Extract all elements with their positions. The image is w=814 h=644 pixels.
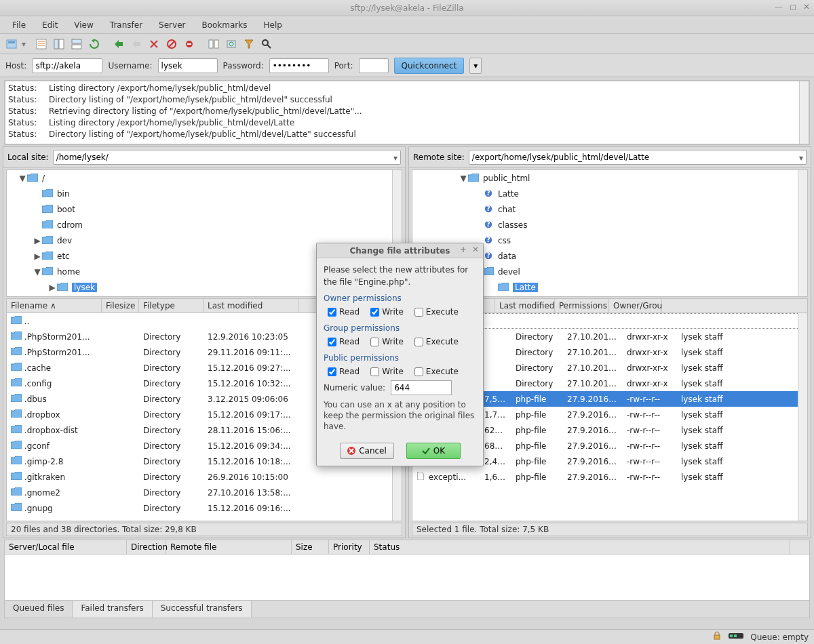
search-icon[interactable] xyxy=(259,36,275,52)
column-header[interactable]: Owner/Group xyxy=(609,299,662,313)
dialog-plus-icon[interactable]: + xyxy=(460,245,467,254)
column-header[interactable]: Last modified xyxy=(495,299,555,313)
svg-rect-2 xyxy=(37,39,46,49)
svg-rect-17 xyxy=(209,40,213,48)
menu-help[interactable]: Help xyxy=(257,18,289,32)
sync-browse-icon[interactable] xyxy=(224,36,240,52)
cancel-op-icon[interactable] xyxy=(182,36,198,52)
column-header[interactable]: Remote file xyxy=(166,540,292,554)
quickconnect-dropdown[interactable]: ▾ xyxy=(469,58,482,74)
column-header[interactable]: Size xyxy=(292,540,329,554)
host-input[interactable] xyxy=(32,58,102,73)
process-queue-icon[interactable] xyxy=(111,36,128,52)
dialog-titlebar[interactable]: Change file attributes + ✕ xyxy=(317,243,483,258)
remote-tree-scrollbar[interactable] xyxy=(798,170,807,296)
password-label: Password: xyxy=(223,61,264,71)
tree-item[interactable]: ?chat xyxy=(412,201,807,217)
menu-edit[interactable]: Edit xyxy=(35,18,64,32)
toolbar: ▾ xyxy=(0,34,814,54)
execute-checkbox[interactable]: Execute xyxy=(414,336,459,348)
refresh-icon[interactable] xyxy=(87,36,103,52)
tree-item[interactable]: boot xyxy=(7,201,402,217)
column-header[interactable]: Status xyxy=(370,540,790,554)
svg-rect-0 xyxy=(7,40,16,48)
password-input[interactable] xyxy=(269,58,329,73)
write-checkbox[interactable]: Write xyxy=(370,365,404,378)
log-scrollbar[interactable] xyxy=(799,81,809,144)
log-pane: Status:Listing directory /export/home/ly… xyxy=(4,80,810,145)
queue-tabs: Queued filesFailed transfersSuccessful t… xyxy=(4,601,810,618)
read-checkbox[interactable]: Read xyxy=(328,306,360,318)
close-icon[interactable]: ✕ xyxy=(803,2,810,12)
queue-header[interactable]: Server/Local fileDirectionRemote fileSiz… xyxy=(4,540,810,555)
toggle-tree-icon[interactable] xyxy=(52,36,68,52)
svg-rect-6 xyxy=(54,39,58,49)
file-attributes-dialog: Change file attributes + ✕ Please select… xyxy=(316,243,484,466)
reconnect-icon[interactable] xyxy=(164,36,180,52)
username-input[interactable] xyxy=(158,58,218,73)
menu-server[interactable]: Server xyxy=(152,18,192,32)
toggle-queue-icon[interactable] xyxy=(69,36,85,52)
cancel-icon[interactable] xyxy=(129,36,145,52)
menu-view[interactable]: View xyxy=(67,18,100,32)
column-header[interactable]: Server/Local file xyxy=(5,540,127,554)
column-header[interactable]: Priority xyxy=(329,540,370,554)
host-label: Host: xyxy=(5,61,26,71)
queue-status: Queue: empty xyxy=(750,632,809,642)
list-item[interactable]: .gnupgDirectory15.12.2016 09:16:... xyxy=(7,500,402,516)
write-checkbox[interactable]: Write xyxy=(370,336,404,348)
svg-text:?: ? xyxy=(486,189,490,197)
ok-button[interactable]: OK xyxy=(406,443,461,459)
column-header[interactable]: Permissions xyxy=(555,299,609,313)
queue-tab[interactable]: Queued files xyxy=(5,601,73,618)
maximize-icon[interactable]: ◻ xyxy=(790,2,796,12)
dialog-hint: You can use an x at any position to keep… xyxy=(324,399,476,432)
tree-item[interactable]: ?classes xyxy=(412,217,807,233)
numeric-value-input[interactable] xyxy=(391,380,452,395)
compare-icon[interactable] xyxy=(206,36,222,52)
tree-item[interactable]: bin xyxy=(7,186,402,201)
execute-checkbox[interactable]: Execute xyxy=(414,365,459,378)
svg-rect-9 xyxy=(72,45,81,49)
minimize-icon[interactable]: — xyxy=(775,2,783,12)
column-header[interactable]: Filesize xyxy=(102,299,139,313)
quickconnect-bar: Host: Username: Password: Port: Quickcon… xyxy=(0,54,814,77)
execute-checkbox[interactable]: Execute xyxy=(414,306,459,318)
remote-list-scrollbar[interactable] xyxy=(798,313,807,521)
queue-tab[interactable]: Failed transfers xyxy=(73,601,152,618)
menu-file[interactable]: File xyxy=(5,18,33,32)
svg-rect-8 xyxy=(72,39,81,43)
column-header[interactable]: Last modified xyxy=(204,299,298,313)
tree-item[interactable]: ▼/ xyxy=(7,170,402,186)
port-input[interactable] xyxy=(359,58,389,73)
column-header[interactable]: Filetype xyxy=(139,299,204,313)
cancel-button[interactable]: Cancel xyxy=(340,443,394,459)
read-checkbox[interactable]: Read xyxy=(328,336,360,348)
read-checkbox[interactable]: Read xyxy=(328,365,360,378)
sitemanager-icon[interactable] xyxy=(4,36,20,52)
permission-group-label: Public permissions xyxy=(324,352,476,364)
filter-icon[interactable] xyxy=(241,36,258,52)
tree-item[interactable]: ▼public_html xyxy=(412,170,807,186)
permission-group-label: Owner permissions xyxy=(324,292,476,304)
statusbar: Queue: empty xyxy=(0,629,814,644)
list-item[interactable]: excepti...1,6 KBphp-file27.9.2016 06:1..… xyxy=(412,469,807,485)
list-item[interactable]: .gitkrakenDirectory26.9.2016 10:15:00 xyxy=(7,469,402,485)
quickconnect-button[interactable]: Quickconnect xyxy=(394,58,465,74)
disconnect-icon[interactable] xyxy=(147,36,163,52)
write-checkbox[interactable]: Write xyxy=(370,306,404,318)
toggle-log-icon[interactable] xyxy=(34,36,50,52)
list-item[interactable]: .gnome2Directory27.10.2016 13:58:... xyxy=(7,485,402,500)
menu-bookmarks[interactable]: Bookmarks xyxy=(195,18,254,32)
tree-item[interactable]: ?Latte xyxy=(412,186,807,201)
username-label: Username: xyxy=(108,61,152,71)
dialog-close-icon[interactable]: ✕ xyxy=(472,245,479,254)
local-path-input[interactable]: /home/lysek/▾ xyxy=(53,150,401,165)
queue-tab[interactable]: Successful transfers xyxy=(153,601,252,618)
dialog-intro: Please select the new attributes for the… xyxy=(324,264,476,288)
column-header[interactable]: Filename ∧ xyxy=(7,299,102,313)
menu-transfer[interactable]: Transfer xyxy=(103,18,149,32)
tree-item[interactable]: cdrom xyxy=(7,217,402,233)
remote-path-input[interactable]: /export/home/lysek/public_html/devel/Lat… xyxy=(469,150,807,165)
column-header[interactable]: Direction xyxy=(127,540,166,554)
